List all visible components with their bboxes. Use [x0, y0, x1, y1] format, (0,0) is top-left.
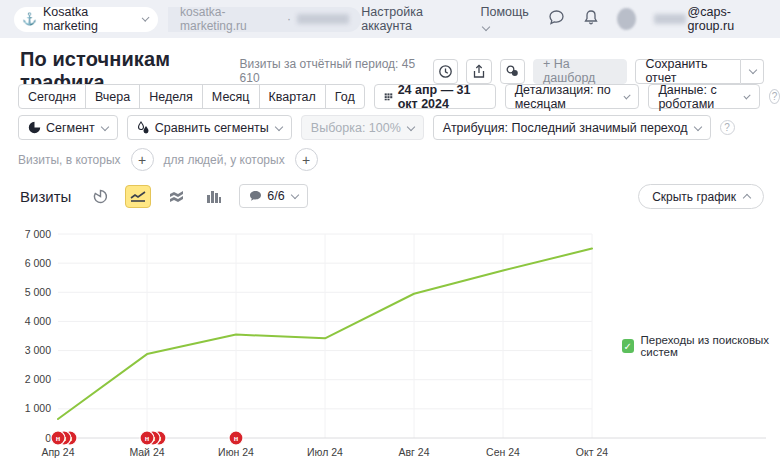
legend-checkbox[interactable]: ✓ — [622, 339, 634, 353]
chevron-down-icon — [623, 92, 630, 99]
svg-text:6 000: 6 000 — [25, 257, 51, 269]
area-chart-type-button[interactable] — [163, 185, 189, 208]
chevron-down-icon — [744, 92, 751, 99]
topbar-right: Настройка аккаунта Помощь @caps-group.ru — [361, 5, 766, 33]
save-report-split: Сохранить отчет — [635, 59, 764, 84]
date-range-label: 24 апр — 31 окт 2024 — [398, 83, 486, 111]
blurred-counter-id — [297, 14, 349, 24]
svg-text:Авг 24: Авг 24 — [398, 446, 429, 458]
compare-segments-label: Сравнить сегменты — [155, 121, 269, 135]
segment-dropdown[interactable]: Сегмент — [18, 115, 118, 140]
counter-domain[interactable]: kosatka-marketing.ru · — [168, 7, 361, 32]
svg-text:Сен 24: Сен 24 — [486, 446, 520, 458]
svg-text:2 000: 2 000 — [25, 373, 51, 385]
add-to-dashboard-button[interactable]: + На дашборд — [533, 59, 627, 84]
attribution-dropdown[interactable]: Атрибуция: Последний значимый переход — [433, 115, 711, 140]
dot-separator: · — [287, 12, 291, 26]
domain-text: kosatka-marketing.ru — [180, 5, 281, 33]
pie-chart-type-button[interactable] — [87, 185, 113, 208]
hide-chart-button[interactable]: Скрыть график — [638, 184, 764, 209]
user-avatar[interactable] — [617, 8, 636, 30]
people-condition-label: для людей, у которых — [164, 153, 285, 167]
chevron-down-icon — [693, 122, 701, 130]
chevron-down-icon — [290, 191, 298, 199]
svg-text:5 000: 5 000 — [25, 286, 51, 298]
period-segment-group: Сегодня Вчера Неделя Месяц Квартал Год — [18, 84, 365, 109]
period-week-button[interactable]: Неделя — [139, 84, 203, 109]
svg-text:н: н — [145, 434, 150, 443]
add-visit-condition-button[interactable]: + — [131, 148, 154, 171]
chart-legend: ✓ Переходы из поисковых систем — [622, 334, 780, 358]
period-year-button[interactable]: Год — [325, 84, 365, 109]
series-count-dropdown[interactable]: 6/6 — [239, 184, 307, 208]
chevron-up-icon — [743, 194, 751, 202]
export-button[interactable] — [466, 59, 491, 84]
period-month-button[interactable]: Месяц — [202, 84, 260, 109]
attribution-help-icon[interactable]: ? — [720, 120, 735, 135]
svg-text:н: н — [56, 434, 61, 443]
visits-period-total: Визиты за отчётный период: 45 610 — [240, 57, 419, 85]
comment-bubble-icon — [249, 190, 262, 202]
sampling-dropdown[interactable]: Выборка: 100% — [301, 115, 424, 140]
attribution-label: Атрибуция: Последний значимый переход — [443, 121, 688, 135]
segment-pie-icon — [28, 121, 41, 134]
history-button[interactable] — [433, 59, 458, 84]
date-range-picker[interactable]: 24 апр — 31 окт 2024 — [374, 84, 496, 109]
user-email[interactable]: @caps-group.ru — [654, 5, 766, 33]
compare-segments-dropdown[interactable]: Сравнить сегменты — [127, 115, 292, 140]
data-mode-dropdown[interactable]: Данные: с роботами — [648, 84, 760, 109]
hide-chart-label: Скрыть график — [652, 190, 736, 204]
svg-text:Июн 24: Июн 24 — [218, 446, 254, 458]
chevron-down-icon — [481, 23, 489, 31]
svg-text:4 000: 4 000 — [25, 315, 51, 327]
svg-text:3 000: 3 000 — [25, 344, 51, 356]
svg-text:Июл 24: Июл 24 — [307, 446, 343, 458]
data-mode-label: Данные: с роботами — [658, 83, 738, 111]
save-report-dropdown[interactable] — [741, 59, 764, 84]
calendar-icon — [384, 90, 393, 103]
top-bar: ⚓ Kosatka marketing kosatka-marketing.ru… — [0, 0, 780, 38]
notifications-bell-icon[interactable] — [583, 9, 599, 29]
segment-filter-row: Сегмент Сравнить сегменты Выборка: 100% … — [18, 115, 735, 140]
goals-button[interactable] — [500, 59, 525, 84]
bar-chart-type-button[interactable] — [201, 185, 227, 208]
visits-condition-label: Визиты, в которых — [18, 153, 121, 167]
period-quarter-button[interactable]: Квартал — [259, 84, 326, 109]
counter-logo-icon: ⚓ — [22, 13, 37, 25]
compare-drops-icon — [137, 121, 150, 134]
series-count-label: 6/6 — [267, 189, 284, 203]
condition-filter-row: Визиты, в которых + для людей, у которых… — [18, 148, 318, 171]
save-report-button[interactable]: Сохранить отчет — [635, 59, 741, 84]
title-actions: Визиты за отчётный период: 45 610 + На д… — [240, 57, 764, 85]
svg-text:Окт 24: Окт 24 — [576, 446, 608, 458]
period-yesterday-button[interactable]: Вчера — [85, 84, 140, 109]
svg-text:н: н — [234, 434, 239, 443]
svg-text:0: 0 — [45, 432, 51, 444]
help-label: Помощь — [481, 5, 529, 19]
sampling-label: Выборка: 100% — [311, 121, 401, 135]
svg-text:Май 24: Май 24 — [129, 446, 164, 458]
data-mode-help-icon[interactable]: ? — [769, 89, 780, 104]
detail-dropdown[interactable]: Детализация: по месяцам — [505, 84, 640, 109]
chart-header: Визиты 6/6 — [20, 184, 308, 208]
detail-label: Детализация: по месяцам — [515, 83, 618, 111]
svg-text:7 000: 7 000 — [25, 228, 51, 240]
segment-label: Сегмент — [46, 121, 95, 135]
email-domain-text: @caps-group.ru — [688, 5, 766, 33]
metric-label: Визиты — [20, 188, 71, 205]
period-filter-row: Сегодня Вчера Неделя Месяц Квартал Год 2… — [18, 84, 780, 109]
chevron-down-icon — [100, 122, 108, 130]
chevron-down-icon — [749, 66, 757, 74]
feedback-icon[interactable] — [548, 9, 565, 29]
svg-text:Апр 24: Апр 24 — [41, 446, 74, 458]
account-settings-link[interactable]: Настройка аккаунта — [361, 5, 462, 33]
period-today-button[interactable]: Сегодня — [18, 84, 86, 109]
help-menu[interactable]: Помощь — [481, 5, 530, 33]
counter-selector[interactable]: ⚓ Kosatka marketing — [14, 7, 158, 32]
counter-name: Kosatka marketing — [43, 5, 135, 33]
svg-text:1 000: 1 000 — [25, 402, 51, 414]
chevron-down-icon — [275, 122, 283, 130]
line-chart-type-button[interactable] — [125, 185, 151, 208]
chevron-down-icon — [407, 122, 415, 130]
add-people-condition-button[interactable]: + — [295, 148, 318, 171]
